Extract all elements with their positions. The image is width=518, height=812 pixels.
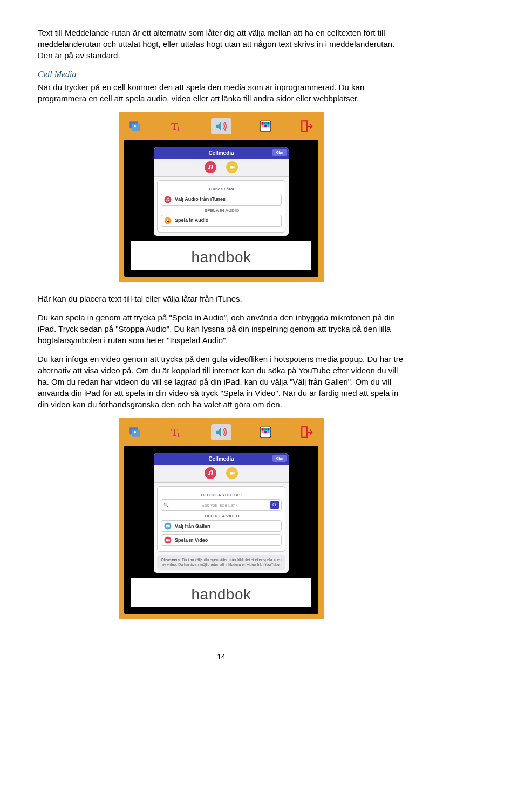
text-style-icon: Tt [169,425,186,439]
svg-text:t: t [178,125,180,133]
handbok-label-2: handbok [192,586,251,603]
svg-rect-12 [302,121,307,132]
record-video-row[interactable]: Spela in Video [161,534,282,546]
screenshot-toolbar-2: Tt [124,423,318,441]
svg-point-18 [168,200,169,201]
audio-tab-icon [211,118,231,134]
svg-rect-15 [230,166,233,169]
audio-tab[interactable] [205,161,216,173]
audio-tab-icon [211,424,231,440]
palette-icon [257,425,274,439]
svg-rect-39 [166,525,170,528]
video-tab[interactable] [226,161,238,173]
svg-rect-30 [261,431,263,433]
record-audio-row[interactable]: Spela in Audio [161,215,282,227]
svg-point-40 [167,526,167,526]
screenshot-toolbar: Tt [124,117,318,135]
text-style-icon: Tt [169,119,186,133]
popup-title: Cellmedia Klar [154,147,289,159]
heading-cell-media: Cell Media [38,69,405,80]
exit-icon [299,119,315,133]
svg-point-17 [166,200,167,201]
svg-point-35 [211,473,213,475]
youtube-section-label: TILLDELA YOUTUBE [162,492,282,498]
figure-cellmedia-audio: Tt Cellmedia Klar [38,112,405,282]
svg-point-2 [134,125,136,127]
svg-rect-11 [267,125,269,127]
page-number: 14 [38,652,405,663]
choose-gallery-row[interactable]: Välj från Galleri [161,520,282,532]
svg-rect-1 [132,124,140,131]
music-icon [164,196,172,203]
camera-icon [164,536,172,544]
svg-rect-6 [261,122,263,125]
popup-tabs-2 [154,465,289,483]
svg-point-34 [208,474,210,475]
svg-rect-28 [264,428,266,430]
popup-title-2: Cellmedia Klar [154,453,289,465]
svg-rect-31 [264,431,266,433]
svg-rect-8 [267,122,269,125]
svg-point-14 [211,167,213,169]
svg-rect-22 [132,430,140,437]
done-button[interactable]: Klar [272,149,287,156]
svg-rect-32 [267,431,269,433]
choose-itunes-audio-row[interactable]: Välj Audio från iTunes [161,194,282,206]
svg-rect-42 [166,540,169,542]
observera-note: Observera: Observera: Du kan välja din e… [157,555,285,570]
youtube-search-button[interactable] [270,501,279,509]
done-button-2[interactable]: Klar [272,455,287,462]
paragraph-5: Du kan infoga en video genom att trycka … [38,353,405,410]
itunes-section-label: iTunes Låtar [162,186,282,192]
svg-rect-7 [264,122,266,125]
picture-icon [127,119,144,133]
youtube-search-placeholder: Sök YouTube Länk [171,502,268,508]
palette-icon [257,119,274,133]
svg-text:t: t [178,431,180,439]
figure-cellmedia-video: Tt Cellmedia Klar [38,418,405,619]
video-tab-2[interactable] [226,467,238,479]
svg-point-16 [165,196,172,203]
handbok-label: handbok [192,249,251,265]
record-section-label: SPELA IN AUDIO [162,208,282,214]
popup-tabs [154,159,289,177]
svg-rect-10 [264,125,266,127]
svg-rect-9 [261,125,263,127]
svg-point-13 [208,168,210,169]
paragraph-3: Här kan du placera text-till-tal eller v… [38,293,405,304]
svg-point-37 [273,503,276,506]
svg-rect-27 [261,428,263,430]
svg-rect-29 [267,428,269,430]
exit-icon [299,425,315,439]
youtube-search-row[interactable]: 🔍 Sök YouTube Länk [161,499,282,511]
svg-rect-33 [302,427,307,438]
paragraph-1: Text till Meddelande-rutan är ett altern… [38,27,405,61]
picture-icon [127,425,144,439]
paragraph-4: Du kan spela in genom att trycka på "Spe… [38,312,405,346]
svg-point-23 [134,431,136,433]
mic-icon [164,217,172,224]
gallery-icon [164,522,172,530]
audio-tab-2[interactable] [205,467,216,479]
video-section-label: TILLDELA VIDEO [162,513,282,519]
search-icon: 🔍 [163,502,169,508]
paragraph-2: När du trycker på en cell kommer den att… [38,81,405,104]
svg-rect-36 [230,472,233,474]
